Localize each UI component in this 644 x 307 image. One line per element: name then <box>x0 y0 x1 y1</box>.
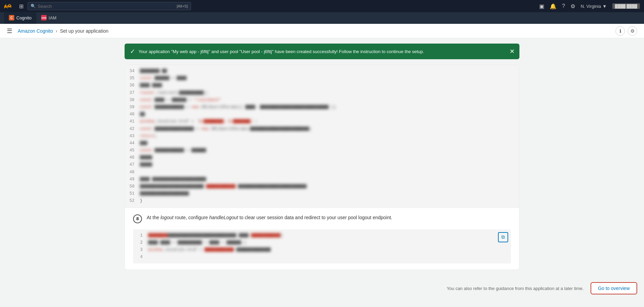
copy-code-button[interactable]: ⧉ <box>498 232 508 242</box>
code-line-b3: 3 window.location.href = ████████████ ██… <box>133 246 511 254</box>
code-line-36: 36 ████ ████ <box>125 82 519 89</box>
step-8-text: At the logout route, configure handleLog… <box>147 214 392 221</box>
code-line-46: 46 █████ <box>125 154 519 161</box>
breadcrumb-right-icons: ℹ ⚙ <box>615 26 637 36</box>
step-8-section: 8 At the logout route, configure handleL… <box>125 208 519 229</box>
cognito-tab-label: Cognito <box>16 15 32 20</box>
code-line-40: 40 ██ <box>125 111 519 118</box>
region-label: N. Virginia <box>581 4 601 9</box>
breadcrumb-bar: ☰ Amazon Cognito › Set up your applicati… <box>0 24 644 38</box>
code-line-50: 50 ██████████████████████████ ██████████… <box>125 183 519 190</box>
code-line-47: 47 █████ <box>125 161 519 168</box>
breadcrumb-home-link[interactable]: Amazon Cognito <box>18 28 53 34</box>
main-content: ✓ Your application "My web app - j6fttj"… <box>118 38 526 270</box>
success-message: Your application "My web app - j6fttj" a… <box>139 49 514 54</box>
nav-right-section: ▣ 🔔 ? ⚙ N. Virginia ▼ ████ ████ <box>539 3 640 10</box>
user-badge[interactable]: ████ ████ <box>612 3 640 9</box>
step-8-text-2: route, configure <box>174 215 209 220</box>
code-line-45: 45 const ████████████ = ██████ <box>125 147 519 154</box>
step-8-italic-logout: logout <box>160 215 173 220</box>
step-8-text-3: to clear user session data and redirect … <box>238 215 392 220</box>
search-icon: 🔍 <box>31 4 36 9</box>
iam-tab-icon: IAM <box>41 15 47 20</box>
tab-cognito[interactable]: C Cognito <box>4 12 36 24</box>
goto-overview-button[interactable]: Go to overview <box>591 282 637 294</box>
footer-bar: You can also refer to the guidance from … <box>0 275 644 301</box>
cognito-tab-icon: C <box>9 15 14 20</box>
step-8-italic-handle: handleLogout <box>209 215 238 220</box>
breadcrumb-current: Set up your application <box>60 28 108 34</box>
hamburger-menu[interactable]: ☰ <box>7 27 12 35</box>
code-line-51: 51 ████████████████████ <box>125 190 519 197</box>
code-line-52: 52 } <box>125 197 519 205</box>
footer-helper-text: You can also refer to the guidance from … <box>447 286 584 291</box>
svg-text:aws: aws <box>4 4 12 8</box>
code-line-35: 35 const ██████ = ████ <box>125 75 519 82</box>
search-shortcut: [Alt+S] <box>177 4 188 8</box>
code-line-43: 43 return; <box>125 133 519 140</box>
iam-tab-label: IAM <box>49 15 57 20</box>
success-check-icon: ✓ <box>130 48 135 55</box>
code-line-34: 34 ████████ ██ <box>125 68 519 75</box>
top-navigation: aws ⊞ 🔍 [Alt+S] ▣ 🔔 ? ⚙ N. Virginia ▼ ██… <box>0 0 644 12</box>
grid-icon[interactable]: ⊞ <box>19 3 23 10</box>
code-block-bottom: ⧉ 1 ████████████████████████████████████… <box>133 229 511 264</box>
code-block-top: 34 ████████ ██ 35 const ██████ = ████ 36… <box>125 65 519 208</box>
code-line-b1: 1 ████████████████████████████████████ █… <box>133 232 511 239</box>
code-line-39: 39 const ████████████ = new URLSearchPar… <box>125 104 519 111</box>
code-line-44: 44 ███ <box>125 140 519 147</box>
search-container: 🔍 [Alt+S] <box>28 2 191 10</box>
region-selector[interactable]: N. Virginia ▼ <box>581 4 607 9</box>
step-8-number: 8 <box>133 214 142 223</box>
bell-icon[interactable]: 🔔 <box>550 3 557 10</box>
step-8-text-1: At the <box>147 215 160 220</box>
code-line-49: 49 ████ ██████████████████████ <box>125 176 519 183</box>
code-card: 34 ████████ ██ 35 const ██████ = ████ 36… <box>125 65 519 270</box>
tab-iam[interactable]: IAM IAM <box>36 12 61 24</box>
code-line-b2: 2 ████ ████ = ██████████ + ████ = ██████… <box>133 239 511 246</box>
region-arrow: ▼ <box>602 4 607 9</box>
code-line-38: 38 const ████ = ██████ + "/callback" <box>125 97 519 104</box>
code-line-b4: 4 <box>133 254 511 261</box>
service-tabs-bar: C Cognito IAM IAM <box>0 12 644 24</box>
preferences-icon[interactable]: ⚙ <box>628 26 637 36</box>
help-icon[interactable]: ? <box>562 3 565 9</box>
search-input[interactable] <box>38 4 177 9</box>
breadcrumb-separator: › <box>56 28 58 34</box>
success-banner: ✓ Your application "My web app - j6fttj"… <box>125 44 519 59</box>
code-line-48: 48 <box>125 169 519 176</box>
terminal-icon[interactable]: ▣ <box>539 3 544 10</box>
code-line-37: 37 router.redirect(██████████); <box>125 90 519 97</box>
settings-icon[interactable]: ⚙ <box>570 3 575 10</box>
code-line-42: 42 const ████████████████ = new URLSearc… <box>125 126 519 133</box>
aws-logo[interactable]: aws <box>4 3 15 10</box>
success-banner-close[interactable]: ✕ <box>510 48 515 55</box>
code-line-41: 41 window.location.href = `${████████} $… <box>125 118 519 125</box>
info-icon[interactable]: ℹ <box>615 26 625 36</box>
